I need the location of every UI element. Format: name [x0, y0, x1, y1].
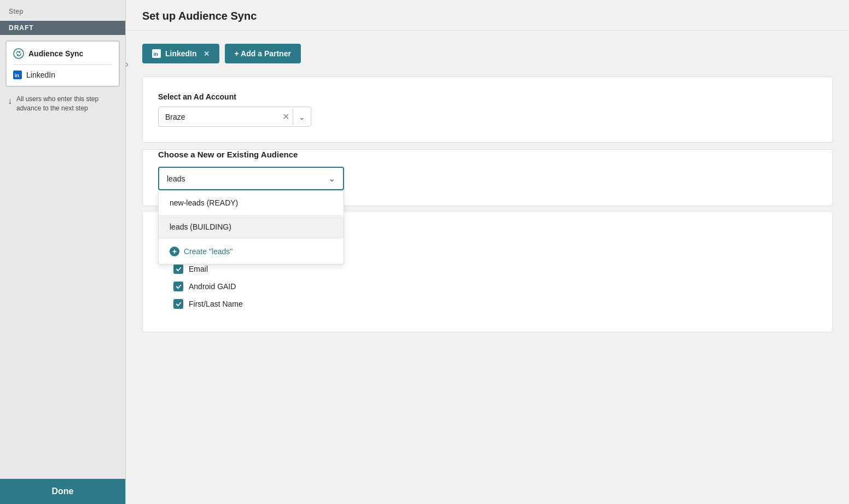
add-partner-button[interactable]: + Add a Partner [225, 44, 301, 63]
dropdown-create-label: Create "leads" [184, 247, 232, 256]
main-body: in LinkedIn ✕ + Add a Partner Select an … [126, 31, 849, 345]
page-title: Set up Audience Sync [142, 10, 833, 22]
android-gaid-label: Android GAID [189, 282, 236, 291]
sidebar-divider [13, 65, 112, 65]
done-button[interactable]: Done [0, 479, 125, 504]
linkedin-icon: in [13, 71, 22, 79]
audience-dropdown-menu: new-leads (READY) leads (BUILDING) + Cre… [158, 190, 344, 265]
ad-account-label: Select an Ad Account [158, 92, 817, 101]
android-gaid-row: Android GAID [173, 282, 817, 291]
sidebar-linkedin-label: LinkedIn [26, 71, 55, 79]
sidebar-arrow-icon: › [125, 58, 129, 69]
linkedin-button-icon: in [152, 49, 161, 58]
svg-point-0 [14, 49, 24, 58]
ad-account-value: Braze [159, 108, 279, 126]
audience-section-label: Choose a New or Existing Audience [158, 150, 817, 159]
dropdown-item-new-leads[interactable]: new-leads (READY) [159, 191, 344, 215]
dropdown-item-leads-building-label: leads (BUILDING) [170, 222, 231, 231]
email-checkbox[interactable] [173, 264, 183, 274]
dropdown-create-option[interactable]: + Create "leads" [159, 239, 344, 264]
sidebar-card-title: Audience Sync [13, 48, 112, 59]
audience-selected-value: leads [167, 174, 185, 183]
partner-buttons-row: in LinkedIn ✕ + Add a Partner [142, 44, 833, 63]
linkedin-close-icon[interactable]: ✕ [203, 50, 210, 58]
audience-dropdown-container: leads ⌄ new-leads (READY) leads (BUILDIN… [158, 167, 344, 190]
audience-sync-title: Audience Sync [28, 49, 83, 58]
dropdown-item-new-leads-label: new-leads (READY) [170, 198, 238, 207]
linkedin-partner-button[interactable]: in LinkedIn ✕ [142, 44, 219, 63]
email-check-icon [176, 266, 182, 272]
sidebar-advance-info: ↓ All users who enter this step advance … [0, 90, 125, 121]
main-content-area: Set up Audience Sync in LinkedIn ✕ + Add… [126, 0, 849, 504]
first-last-name-label: First/Last Name [189, 300, 243, 308]
ad-account-select[interactable]: Braze ✕ ⌄ [158, 107, 311, 127]
audience-dropdown-trigger[interactable]: leads ⌄ [158, 167, 344, 190]
sidebar-step-label: Step [0, 0, 125, 21]
linkedin-button-label: LinkedIn [165, 49, 197, 58]
audience-panel: Choose a New or Existing Audience leads … [142, 149, 833, 206]
android-gaid-check-icon [176, 284, 182, 290]
email-label: Email [189, 265, 208, 273]
email-row: Email [173, 264, 817, 274]
sync-icon [13, 48, 24, 59]
dropdown-item-leads-building[interactable]: leads (BUILDING) [159, 215, 344, 239]
svg-text:in: in [154, 51, 159, 57]
svg-text:in: in [15, 73, 20, 78]
android-gaid-checkbox[interactable] [173, 282, 183, 291]
sidebar-advance-label: All users who enter this step advance to… [16, 95, 118, 113]
first-last-name-check-icon [176, 301, 182, 307]
audience-chevron-icon: ⌄ [328, 173, 335, 184]
sidebar: Step DRAFT Audience Sync in LinkedIn › ↓ [0, 0, 126, 504]
sidebar-draft-bar: DRAFT [0, 21, 125, 35]
down-arrow-icon: ↓ [8, 95, 12, 107]
ad-account-clear-icon[interactable]: ✕ [279, 107, 293, 126]
sidebar-linkedin-row: in LinkedIn [13, 71, 112, 79]
ad-account-chevron-icon[interactable]: ⌄ [293, 108, 311, 126]
create-plus-icon: + [170, 247, 179, 256]
sidebar-card: Audience Sync in LinkedIn › [5, 40, 120, 87]
first-last-name-checkbox[interactable] [173, 299, 183, 309]
first-last-name-row: First/Last Name [173, 299, 817, 309]
ad-account-panel: Select an Ad Account Braze ✕ ⌄ [142, 77, 833, 143]
main-header: Set up Audience Sync [126, 0, 849, 31]
